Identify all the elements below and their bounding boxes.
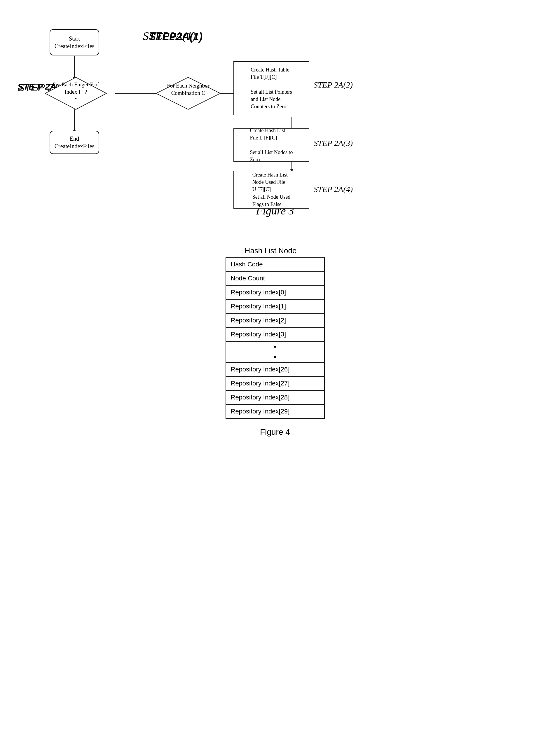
repo-index26-cell: Repository Index[26] (226, 362, 324, 376)
flowchart-figure3: STEP 2A STE P 2A STEP2A(1) STEP2A(1) Sta… (12, 20, 538, 201)
figure4-caption: Figure 4 (260, 427, 290, 437)
hash-code-cell: Hash Code (226, 257, 324, 271)
hash-list-table: Hash Code Node Count Repository Index[0]… (226, 257, 325, 419)
for-each-neighbor-text: For Each NeighborCombination C (167, 83, 209, 96)
step2a1-title: STEP2A(1) (143, 29, 196, 43)
for-each-finger-text: For Each Finger F ofIndex I ?• (53, 81, 99, 102)
table-row: Repository Index[28] (226, 390, 324, 404)
figure4-area: Hash List Node Hash Code Node Count Repo… (12, 246, 538, 437)
table-row: Repository Index[29] (226, 404, 324, 418)
dots-row-2: • (226, 352, 324, 362)
repo-index29-cell: Repository Index[29] (226, 404, 324, 418)
repo-index27-cell: Repository Index[27] (226, 376, 324, 390)
dots-cell-1: • (226, 341, 324, 352)
step2a2-box: Create Hash TableFile T[F][C]Set all Lis… (233, 61, 309, 115)
repo-index2-cell: Repository Index[2] (226, 313, 324, 327)
repo-index3-cell: Repository Index[3] (226, 327, 324, 341)
start-box: Start CreateIndexFiles (50, 29, 99, 55)
table-row: Hash Code (226, 257, 324, 271)
table-row: Repository Index[27] (226, 376, 324, 390)
for-each-neighbor-diamond: For Each NeighborCombination C (155, 76, 222, 111)
dots-cell-2: • (226, 352, 324, 362)
step2a4-box: Create Hash ListNode Used FileU [F][C]Se… (233, 171, 309, 209)
repo-index1-cell: Repository Index[1] (226, 299, 324, 313)
end-box: End CreateIndexFiles (50, 131, 99, 154)
table-row: Repository Index[3] (226, 327, 324, 341)
table-row: Repository Index[2] (226, 313, 324, 327)
node-count-cell: Node Count (226, 271, 324, 285)
repo-index28-cell: Repository Index[28] (226, 390, 324, 404)
table-row: Repository Index[1] (226, 299, 324, 313)
for-each-finger-diamond: For Each Finger F ofIndex I ?• (44, 76, 108, 111)
table-row: Repository Index[0] (226, 285, 324, 299)
dots-row-1: • (226, 341, 324, 352)
step2a3-box: Create Hash ListFile L [F][C]Set all Lis… (233, 128, 309, 162)
repo-index0-cell: Repository Index[0] (226, 285, 324, 299)
page: STEP 2A STE P 2A STEP2A(1) STEP2A(1) Sta… (0, 0, 550, 756)
hash-list-node-title: Hash List Node (245, 246, 297, 255)
table-row: Node Count (226, 271, 324, 285)
table-row: Repository Index[26] (226, 362, 324, 376)
step2a4-label: STEP 2A(4) (314, 185, 353, 194)
step2a2-label: STEP 2A(2) (314, 80, 353, 90)
step2a3-label: STEP 2A(3) (314, 139, 353, 148)
